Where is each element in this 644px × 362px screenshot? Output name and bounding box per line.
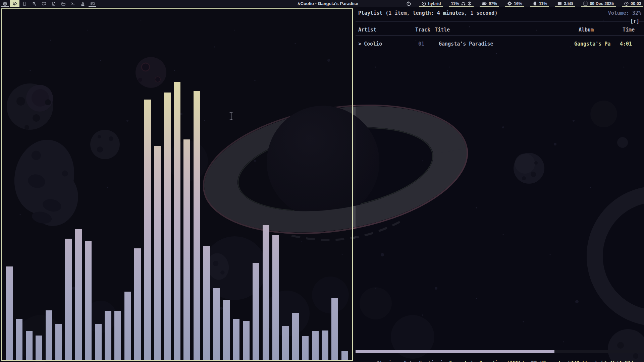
music-player-window[interactable]: Playlist (1 item, length: 4 minutes, 1 s… bbox=[356, 7, 644, 362]
audio-volume-label: 11% bbox=[451, 1, 459, 6]
visualizer-bar bbox=[36, 336, 42, 360]
tray-clock[interactable]: 00:03 bbox=[623, 0, 642, 7]
visualizer-bar bbox=[55, 324, 62, 360]
bluetooth-icon bbox=[468, 1, 472, 6]
column-time: Time bbox=[623, 27, 635, 33]
workspace-documents[interactable] bbox=[49, 0, 58, 7]
tray-network[interactable]: 3.5G bbox=[556, 0, 574, 7]
gauge-icon bbox=[421, 1, 426, 6]
visualizer-bar bbox=[272, 235, 279, 360]
power-icon bbox=[406, 1, 411, 6]
desktop: ∧Coolio - Gangsta's Paradise hybrid 11% bbox=[0, 0, 644, 362]
network-label: 3.5G bbox=[564, 1, 573, 6]
track-title: Gangsta's Paradise bbox=[439, 41, 493, 47]
visualizer-bar bbox=[174, 82, 180, 360]
visualizer-bar bbox=[312, 331, 319, 360]
system-tray: hybrid 11% 97% 16% bbox=[406, 0, 642, 7]
book-icon bbox=[22, 1, 27, 6]
visualizer-bar bbox=[253, 263, 259, 360]
chip-icon bbox=[532, 1, 537, 6]
playlist-summary: Playlist (1 item, length: 4 minutes, 1 s… bbox=[358, 10, 497, 17]
track-artist: Coolio bbox=[364, 41, 382, 47]
column-track: Track bbox=[415, 27, 430, 33]
progress-fill bbox=[356, 350, 554, 353]
visualizer-bar bbox=[85, 241, 92, 360]
visualizer-bar bbox=[26, 331, 33, 360]
visualizer-bar bbox=[322, 330, 328, 360]
track-album: Gangsta's Pa bbox=[574, 41, 610, 47]
workspace-media[interactable] bbox=[88, 0, 97, 7]
workspace-settings[interactable] bbox=[29, 0, 39, 7]
column-artist: Artist bbox=[358, 27, 376, 33]
tray-cpu[interactable]: 16% bbox=[506, 0, 523, 7]
battery-label: 97% bbox=[489, 1, 497, 6]
volume-indicator: Volume: 32% bbox=[608, 10, 641, 17]
status-track-info: "Gangsta (320 kbps) [2:46/4:01] bbox=[540, 360, 634, 362]
player-status: Playing: " by Coolio in Gangsta's Paradi… bbox=[358, 354, 634, 361]
tray-audio[interactable]: 11% bbox=[450, 0, 472, 7]
track-time: 4:01 bbox=[620, 41, 632, 47]
workspace-lab[interactable] bbox=[78, 0, 88, 7]
visualizer-bar bbox=[341, 351, 348, 360]
separator-line bbox=[356, 21, 630, 21]
visualizer-bar bbox=[75, 229, 82, 360]
tray-power-profile[interactable]: hybrid bbox=[421, 0, 441, 7]
tray-battery[interactable]: 97% bbox=[481, 0, 498, 7]
visualizer-bar bbox=[46, 310, 52, 360]
clock-icon bbox=[624, 1, 629, 6]
visualizer-bar bbox=[331, 298, 338, 360]
visualizer-bar bbox=[183, 139, 190, 360]
visualizer-bar bbox=[144, 100, 151, 360]
date-label: 09 Dec 2025 bbox=[590, 1, 614, 6]
visualizer-bar bbox=[194, 91, 200, 360]
window-title: ∧Coolio - Gangsta's Paradise bbox=[297, 0, 358, 7]
workspace-browser[interactable] bbox=[0, 0, 10, 7]
folder-icon bbox=[61, 1, 66, 6]
flask-icon bbox=[80, 1, 85, 6]
cpu-gear-icon bbox=[507, 1, 512, 6]
separator-line-tail bbox=[639, 21, 644, 21]
visualizer-bar bbox=[282, 326, 289, 360]
battery-icon bbox=[482, 1, 487, 6]
visualizer-bar bbox=[65, 239, 72, 360]
visualizer-bar bbox=[263, 225, 269, 360]
visualizer-bar bbox=[243, 321, 250, 360]
mode-indicator: [r] bbox=[630, 18, 639, 24]
terminal-icon bbox=[71, 1, 75, 6]
workspace-terminal[interactable] bbox=[68, 0, 78, 7]
visualizer-bar bbox=[292, 313, 299, 360]
progress-bar[interactable] bbox=[356, 350, 644, 353]
calendar-icon bbox=[583, 1, 588, 6]
menu-lines-icon bbox=[557, 1, 562, 6]
visualizer-bar bbox=[233, 319, 239, 360]
workspace-notes[interactable] bbox=[19, 0, 29, 7]
status-prefix: Playing: " by Coolio in bbox=[376, 360, 449, 362]
separator-with-mode: [r] bbox=[356, 18, 644, 24]
column-title: Title bbox=[435, 27, 450, 33]
power-profile-label: hybrid bbox=[428, 1, 441, 6]
tray-power[interactable] bbox=[406, 0, 412, 7]
current-track-marker: > bbox=[358, 41, 361, 47]
visualizer-bar bbox=[134, 248, 141, 360]
visualizer-bar bbox=[164, 93, 171, 360]
track-number: 01 bbox=[418, 41, 424, 47]
gears-icon bbox=[32, 1, 37, 6]
visualizer-bar bbox=[124, 292, 131, 360]
visualizer-bar bbox=[154, 146, 161, 360]
visualizer-window[interactable] bbox=[1, 8, 353, 361]
visualizer-bar bbox=[16, 319, 22, 360]
visualizer-bars bbox=[2, 9, 352, 360]
workspace-files[interactable] bbox=[58, 0, 68, 7]
workspace-code[interactable] bbox=[10, 0, 19, 7]
playlist-row[interactable]: > Coolio 01 Gangsta's Paradise Gangsta's… bbox=[356, 41, 644, 48]
visualizer-bar bbox=[302, 336, 309, 360]
tray-memory[interactable]: 11% bbox=[532, 0, 548, 7]
chat-bubble-icon bbox=[42, 1, 46, 6]
visualizer-bar bbox=[6, 266, 13, 360]
workspace-chat[interactable] bbox=[39, 0, 49, 7]
visualizer-bar bbox=[213, 288, 220, 360]
globe-icon bbox=[3, 1, 7, 6]
tray-date[interactable]: 09 Dec 2025 bbox=[582, 0, 614, 7]
cpu-label: 16% bbox=[514, 1, 522, 6]
code-icon bbox=[12, 1, 17, 6]
